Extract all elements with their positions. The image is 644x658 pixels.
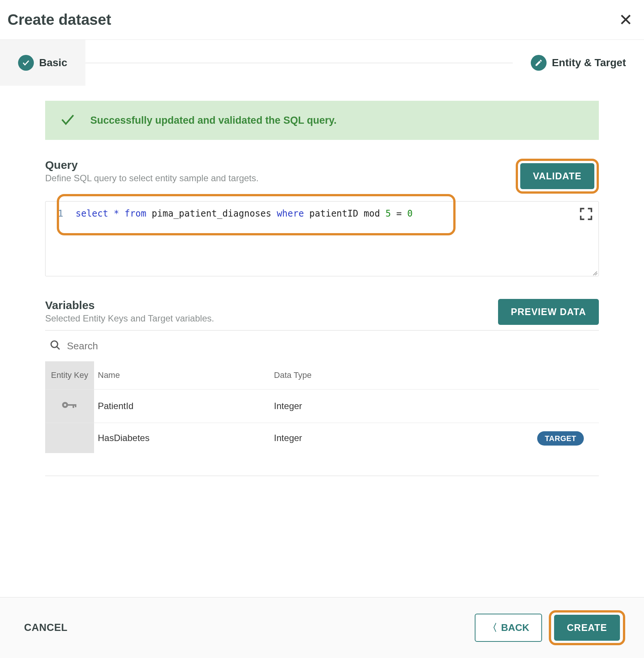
expand-icon[interactable] (579, 207, 593, 221)
step-entity-target-label: Entity & Target (552, 57, 626, 69)
cell-data-type: Integer (270, 390, 404, 423)
cancel-button[interactable]: CANCEL (24, 622, 68, 634)
check-icon (18, 55, 34, 71)
svg-rect-6 (75, 404, 76, 407)
table-row[interactable]: PatientId Integer (45, 390, 599, 423)
col-entity-key: Entity Key (45, 361, 94, 390)
variables-title: Variables (45, 299, 214, 312)
col-data-type: Data Type (270, 361, 404, 390)
back-button[interactable]: 〈 BACK (475, 614, 542, 642)
cell-name: PatientId (94, 390, 270, 423)
search-input[interactable] (67, 340, 594, 352)
query-title: Query (45, 159, 258, 171)
success-check-icon (60, 112, 75, 129)
query-subtitle: Define SQL query to select entity sample… (45, 173, 258, 183)
step-basic-label: Basic (39, 57, 67, 69)
close-button[interactable]: ✕ (615, 12, 636, 28)
search-icon (50, 340, 61, 352)
sql-code[interactable]: select * from pima_patient_diagnoses whe… (76, 208, 413, 219)
validate-highlight: VALIDATE (516, 159, 599, 194)
stepper: Basic Entity & Target (0, 40, 644, 86)
create-button[interactable]: CREATE (554, 615, 620, 641)
svg-line-1 (57, 347, 60, 350)
step-basic[interactable]: Basic (0, 40, 85, 86)
svg-point-0 (51, 341, 58, 348)
line-number: 1 (46, 208, 76, 219)
sql-table: pima_patient_diagnoses (146, 208, 277, 219)
variables-table: Entity Key Name Data Type PatientId Inte… (45, 361, 599, 453)
success-banner: Successfully updated and validated the S… (45, 101, 599, 140)
target-badge: TARGET (537, 431, 584, 446)
success-message: Successfully updated and validated the S… (90, 115, 337, 126)
key-icon (61, 402, 78, 412)
query-editor[interactable]: 1 select * from pima_patient_diagnoses w… (45, 201, 599, 276)
validate-button[interactable]: VALIDATE (520, 163, 594, 189)
cell-data-type: Integer (270, 423, 404, 453)
kw-from: from (125, 208, 146, 219)
sql-num2: 0 (407, 208, 412, 219)
preview-data-button[interactable]: PREVIEW DATA (498, 299, 599, 325)
sql-expr: patientID mod (304, 208, 386, 219)
kw-select: select (76, 208, 108, 219)
kw-where: where (277, 208, 304, 219)
divider (45, 476, 599, 476)
step-connector (85, 63, 513, 63)
svg-rect-5 (73, 404, 74, 408)
sql-star: * (108, 208, 125, 219)
chevron-left-icon: 〈 (488, 621, 497, 634)
create-highlight: CREATE (549, 610, 625, 645)
page-title: Create dataset (8, 11, 111, 28)
col-name: Name (94, 361, 270, 390)
edit-icon (531, 55, 547, 71)
close-icon: ✕ (619, 11, 633, 29)
table-row[interactable]: HasDiabetes Integer TARGET (45, 423, 599, 453)
resize-handle[interactable] (591, 268, 598, 275)
cell-name: HasDiabetes (94, 423, 270, 453)
sql-num1: 5 (386, 208, 391, 219)
variables-subtitle: Selected Entity Keys and Target variable… (45, 313, 214, 324)
sql-eq: = (391, 208, 407, 219)
step-entity-target[interactable]: Entity & Target (513, 40, 644, 86)
svg-point-3 (64, 404, 66, 406)
back-label: BACK (501, 622, 529, 634)
